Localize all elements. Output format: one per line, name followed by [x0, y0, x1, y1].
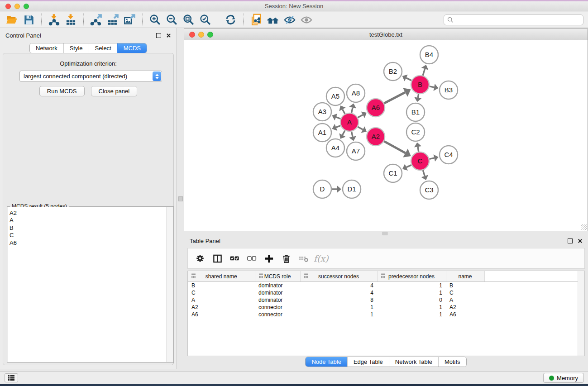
- tab-network-table[interactable]: Network Table: [389, 357, 438, 367]
- mcds-result-item[interactable]: A2: [10, 210, 167, 217]
- table-cell[interactable]: connector: [255, 311, 300, 318]
- table-cell[interactable]: A6: [446, 311, 484, 318]
- close-panel-button[interactable]: Close panel: [91, 86, 138, 96]
- network-canvas[interactable]: B4B2BB3A8A5A6B1A3AC2A1A2A4A7C4CC1C3DD1: [184, 40, 588, 231]
- graph-node-A3[interactable]: A3: [313, 103, 331, 121]
- graph-node-A[interactable]: A: [340, 113, 359, 131]
- show-panel-list-button[interactable]: [5, 373, 18, 382]
- table-row[interactable]: A6connector11A6: [188, 311, 578, 318]
- float-table-panel-icon[interactable]: [568, 238, 573, 243]
- graph-node-B[interactable]: B: [411, 76, 429, 94]
- table-cell[interactable]: 1: [300, 311, 377, 318]
- graph-node-A2[interactable]: A2: [367, 128, 385, 146]
- search-input[interactable]: [456, 16, 580, 24]
- graph-edge-A6-B[interactable]: [384, 88, 411, 103]
- table-cell[interactable]: 1: [377, 289, 446, 296]
- graph-node-A5[interactable]: A5: [326, 87, 344, 105]
- close-table-panel-icon[interactable]: [578, 238, 583, 243]
- table-row[interactable]: A2connector11A2: [188, 304, 578, 311]
- export-image-button[interactable]: [121, 13, 138, 27]
- table-cell[interactable]: 4: [300, 282, 377, 290]
- table-cell[interactable]: A2: [446, 304, 484, 311]
- table-cell[interactable]: 1: [377, 304, 446, 311]
- show-all-button[interactable]: [298, 13, 315, 27]
- result-list-scrollbar[interactable]: [166, 207, 173, 362]
- deselect-all-rows-button[interactable]: [244, 251, 259, 266]
- column-settings-button[interactable]: [192, 251, 208, 266]
- graph-edge-A-A3[interactable]: [332, 114, 340, 120]
- table-cell[interactable]: B: [446, 282, 484, 290]
- graph-edge-B-B2[interactable]: [402, 75, 411, 81]
- refresh-view-button[interactable]: [222, 13, 239, 27]
- graph-node-C4[interactable]: C4: [440, 146, 458, 164]
- column-header-shared-name[interactable]: shared name: [188, 271, 255, 282]
- graph-node-C2[interactable]: C2: [406, 123, 425, 141]
- table-row[interactable]: Cdominator41C: [188, 289, 578, 296]
- tab-edge-table[interactable]: Edge Table: [347, 357, 389, 367]
- graph-node-C[interactable]: C: [411, 152, 429, 170]
- table-cell[interactable]: connector: [255, 304, 300, 311]
- graph-node-D1[interactable]: D1: [343, 180, 361, 198]
- table-cell[interactable]: A2: [188, 304, 255, 311]
- vertical-splitter-handle[interactable]: [178, 196, 183, 201]
- graph-edge-A-A5[interactable]: [339, 105, 345, 114]
- graph-edge-A-A4[interactable]: [339, 130, 345, 138]
- table-cell[interactable]: C: [446, 289, 484, 296]
- graph-node-A1[interactable]: A1: [313, 124, 331, 142]
- graph-edge-C-C3[interactable]: [421, 170, 429, 180]
- delete-columns-button[interactable]: [278, 251, 294, 266]
- table-cell[interactable]: 4: [300, 289, 377, 296]
- graph-edge-B-B3[interactable]: [430, 84, 439, 91]
- horizontal-splitter-handle[interactable]: [382, 232, 387, 235]
- close-panel-icon[interactable]: [166, 33, 171, 38]
- graph-node-B2[interactable]: B2: [384, 62, 402, 81]
- table-cell[interactable]: dominator: [255, 289, 300, 296]
- graph-node-A4[interactable]: A4: [326, 139, 344, 157]
- table-row[interactable]: Bdominator41B: [188, 282, 578, 290]
- graph-edge-C-C2[interactable]: [414, 143, 421, 152]
- table-cell[interactable]: 1: [300, 304, 377, 311]
- export-network-button[interactable]: [88, 13, 105, 27]
- graph-node-B4[interactable]: B4: [420, 46, 438, 64]
- table-cell[interactable]: dominator: [255, 296, 300, 304]
- table-cell[interactable]: A: [188, 296, 255, 304]
- column-header-mcds-role[interactable]: MCDS role: [255, 271, 300, 282]
- graph-node-C1[interactable]: C1: [384, 164, 402, 182]
- export-table-button[interactable]: [105, 13, 121, 27]
- toggle-split-view-button[interactable]: [210, 251, 225, 266]
- mcds-result-item[interactable]: A: [10, 217, 167, 224]
- table-cell[interactable]: 8: [300, 296, 377, 304]
- zoom-out-button[interactable]: [163, 13, 180, 27]
- graph-node-A7[interactable]: A7: [347, 142, 365, 160]
- hide-selected-button[interactable]: [281, 13, 298, 27]
- table-scrollbar[interactable]: [578, 271, 584, 356]
- criterion-dropdown[interactable]: largest connected component (directed): [19, 71, 162, 82]
- tab-style[interactable]: Style: [63, 43, 89, 53]
- graph-node-A8[interactable]: A8: [347, 84, 365, 102]
- graph-edge-C-C1[interactable]: [402, 164, 411, 171]
- table-cell[interactable]: A6: [188, 311, 255, 318]
- table-cell[interactable]: A: [446, 296, 484, 304]
- import-table-button[interactable]: [62, 13, 79, 27]
- mcds-result-item[interactable]: A6: [10, 239, 167, 247]
- graph-edge-A-A7[interactable]: [349, 132, 356, 141]
- mcds-result-item[interactable]: C: [10, 232, 167, 239]
- table-cell[interactable]: 0: [377, 296, 446, 304]
- graph-edge-B-B1[interactable]: [414, 94, 421, 102]
- graph-edge-A-A1[interactable]: [332, 124, 340, 131]
- table-cell[interactable]: dominator: [255, 282, 300, 290]
- save-session-button[interactable]: [20, 13, 37, 27]
- graph-edge-A-A2[interactable]: [358, 126, 366, 133]
- network-graph[interactable]: B4B2BB3A8A5A6B1A3AC2A1A2A4A7C4CC1C3DD1: [184, 40, 587, 231]
- column-header-name[interactable]: name: [446, 271, 484, 282]
- graph-edge-A-A8[interactable]: [349, 103, 356, 113]
- tab-network[interactable]: Network: [30, 43, 63, 53]
- zoom-selected-button[interactable]: [197, 13, 214, 27]
- zoom-in-button[interactable]: [147, 13, 163, 27]
- zoom-fit-button[interactable]: [180, 13, 197, 27]
- new-network-from-selection-button[interactable]: [248, 13, 264, 27]
- table-cell[interactable]: 1: [377, 311, 446, 318]
- tab-motifs[interactable]: Motifs: [438, 357, 466, 367]
- graph-edge-A2-C[interactable]: [384, 141, 411, 157]
- first-neighbors-button[interactable]: [264, 13, 281, 27]
